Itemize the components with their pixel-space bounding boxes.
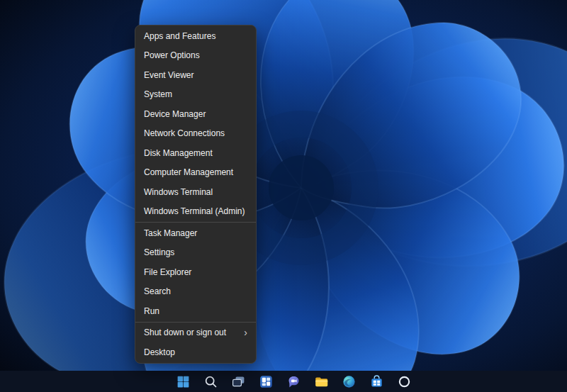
menu-item-system[interactable]: System [135, 85, 256, 105]
task-view-icon[interactable] [228, 372, 248, 391]
start-icon[interactable] [173, 372, 193, 391]
search-glyph [203, 374, 218, 389]
menu-item-label: Computer Management [144, 167, 247, 177]
winx-context-menu: Apps and FeaturesPower OptionsEvent View… [135, 25, 257, 364]
menu-item-event-viewer[interactable]: Event Viewer [135, 65, 256, 85]
menu-item-settings[interactable]: Settings [135, 243, 256, 263]
menu-separator [135, 322, 256, 323]
menu-item-task-manager[interactable]: Task Manager [135, 223, 256, 243]
chat-icon[interactable] [284, 372, 303, 391]
store-icon[interactable] [366, 372, 386, 391]
menu-item-network-connections[interactable]: Network Connections [135, 124, 256, 144]
menu-item-label: Shut down or sign out [144, 327, 238, 337]
menu-item-search[interactable]: Search [135, 282, 256, 302]
menu-item-label: System [144, 89, 247, 99]
menu-item-label: Disk Management [144, 148, 247, 158]
menu-item-apps-and-features[interactable]: Apps and Features [135, 26, 256, 46]
menu-item-label: Power Options [144, 50, 247, 60]
menu-item-shut-down-or-sign-out[interactable]: Shut down or sign out› [135, 323, 256, 343]
menu-item-label: Event Viewer [144, 70, 247, 80]
start-glyph [176, 374, 191, 389]
menu-item-label: Device Manager [144, 109, 247, 119]
wallpaper [0, 0, 567, 371]
menu-item-label: Task Manager [144, 228, 247, 238]
menu-item-label: Windows Terminal (Admin) [144, 206, 247, 216]
menu-item-label: Run [144, 306, 247, 316]
menu-item-label: Network Connections [144, 128, 247, 138]
menu-item-label: Apps and Features [144, 31, 247, 41]
menu-item-device-manager[interactable]: Device Manager [135, 104, 256, 124]
desktop[interactable]: Apps and FeaturesPower OptionsEvent View… [0, 0, 567, 392]
menu-item-run[interactable]: Run [135, 301, 256, 321]
menu-item-windows-terminal[interactable]: Windows Terminal [135, 182, 256, 202]
edge-icon[interactable] [339, 372, 359, 391]
menu-item-desktop[interactable]: Desktop [135, 342, 256, 362]
taskbar [0, 371, 567, 392]
menu-item-windows-terminal-admin[interactable]: Windows Terminal (Admin) [135, 202, 256, 222]
chevron-right-icon: › [244, 327, 247, 337]
menu-item-label: Desktop [144, 347, 247, 357]
menu-item-file-explorer[interactable]: File Explorer [135, 262, 256, 282]
file-explorer-icon[interactable] [311, 372, 331, 391]
store-glyph [369, 374, 384, 389]
menu-separator [135, 222, 256, 223]
menu-item-label: Settings [144, 247, 247, 257]
widgets-glyph [259, 374, 274, 389]
menu-item-label: File Explorer [144, 267, 247, 277]
search-icon[interactable] [201, 372, 220, 391]
widgets-icon[interactable] [256, 372, 276, 391]
menu-item-label: Windows Terminal [144, 187, 247, 197]
app-ring-glyph [397, 374, 412, 389]
app-ring-icon[interactable] [394, 372, 414, 391]
menu-item-label: Search [144, 286, 247, 296]
menu-item-computer-management[interactable]: Computer Management [135, 163, 256, 183]
menu-item-power-options[interactable]: Power Options [135, 46, 256, 66]
file-explorer-glyph [314, 374, 329, 389]
task-view-glyph [231, 374, 246, 389]
taskbar-icons [173, 372, 414, 391]
chat-glyph [286, 374, 301, 389]
menu-item-disk-management[interactable]: Disk Management [135, 143, 256, 163]
edge-glyph [342, 374, 357, 389]
